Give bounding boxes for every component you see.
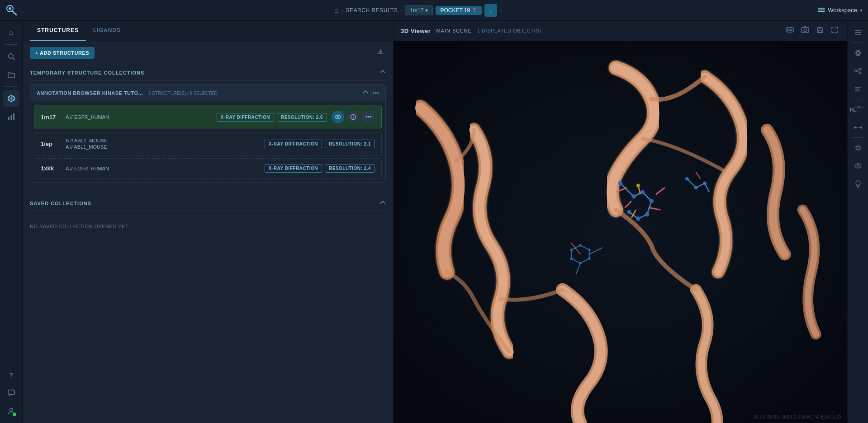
svg-point-42 [649,199,654,203]
more-button-1m17[interactable]: ••• [362,111,375,123]
svg-point-60 [570,258,573,260]
temporary-section-header: TEMPORARY STRUCTURE COLLECTIONS [30,65,386,80]
right-sidebar: H—O—H [847,21,868,423]
svg-point-21 [790,29,792,31]
structures-panel: STRUCTURES LIGANDS + ADD STRUCTURES TEMP… [23,21,394,423]
svg-rect-9 [8,117,9,120]
annotation-browser-collection: ANNOTATION BROWSER KINASE TUTO... 3 STRU… [30,84,386,183]
viewer-save-button[interactable] [815,25,825,36]
no-saved-collection-message: NO SAVED COLLECTION OPENED YET [30,215,386,238]
tab-structures[interactable]: STRUCTURES [30,21,86,41]
visibility-button-1m17[interactable] [332,111,344,123]
collection-more-button[interactable]: ••• [372,89,379,97]
collection-title-wrap: ANNOTATION BROWSER KINASE TUTO... 3 STRU… [37,90,217,96]
structure-id-label: 1m17 [410,7,423,14]
right-sidebar-menu-icon[interactable] [850,24,866,41]
panel-toolbar: + ADD STRUCTURES [30,47,386,59]
svg-line-2 [12,11,16,15]
svg-point-57 [588,249,591,251]
download-button[interactable]: ↓ [484,4,497,17]
collection-toggle-button[interactable] [362,89,369,97]
resolution-badge-1iep: RESOLUTION: 2.1 [325,140,375,148]
method-badge-1m17: X-RAY DIFFRACTION [217,113,274,122]
app-logo[interactable] [5,4,18,17]
collection-actions: ••• [362,89,379,97]
resolution-badge-1xkk: RESOLUTION: 2.4 [325,164,375,173]
sidebar-item-feedback[interactable] [3,385,19,401]
viewer-objects-label: 1 DISPLAYED OBJECT(S) [477,28,541,33]
workspace-chevron-icon: ▾ [860,7,863,14]
svg-line-74 [857,70,859,70]
svg-rect-25 [819,27,821,28]
svg-rect-10 [10,115,12,120]
temporary-section-toggle[interactable] [379,69,386,76]
svg-point-44 [636,216,640,221]
right-sidebar-settings-icon[interactable] [850,140,866,156]
svg-point-20 [787,29,789,31]
breadcrumb-nav: ⌂ › SEARCH RESULTS › 1m17 ▾ POCKET 19 📍 … [22,4,814,17]
add-structures-button[interactable]: + ADD STRUCTURES [30,47,95,59]
viewer-screenshot-button[interactable] [799,25,811,36]
svg-point-52 [694,186,698,189]
right-sidebar-molecule-icon[interactable] [850,63,866,79]
sidebar-item-structures[interactable] [3,90,19,107]
sidebar-item-folder[interactable] [3,66,19,83]
svg-point-15 [337,116,339,118]
right-sidebar-distance-icon[interactable] [850,119,866,136]
right-sidebar-bulb-icon[interactable] [850,176,866,192]
pocket-label: POCKET 19 [440,7,470,14]
panel-download-button[interactable] [375,47,386,59]
svg-point-45 [627,210,631,214]
right-sidebar-sequence-icon[interactable] [850,81,866,97]
saved-collections-section: SAVED COLLECTIONS NO SAVED COLLECTION OP… [30,196,386,238]
svg-point-56 [579,244,582,247]
right-sidebar-atoms-icon[interactable] [850,45,866,61]
svg-point-71 [854,70,857,72]
structure-chain-1m17: A // EGFR_HUMAN [66,114,212,120]
svg-rect-12 [8,390,14,395]
svg-point-40 [631,194,636,199]
temporary-collections-section: TEMPORARY STRUCTURE COLLECTIONS ANNOTATI… [30,65,386,183]
viewer-vr-button[interactable] [784,26,796,36]
tab-ligands[interactable]: LIGANDS [86,21,128,41]
sidebar-item-home[interactable]: ⌂ [3,24,19,41]
svg-point-46 [636,183,640,187]
svg-point-39 [618,181,623,186]
info-button-1m17[interactable] [347,111,360,123]
collection-header[interactable]: ANNOTATION BROWSER KINASE TUTO... 3 STRU… [30,85,385,101]
method-badge-1xkk: X-RAY DIFFRACTION [265,164,322,173]
structure-pill[interactable]: 1m17 ▾ [405,5,433,15]
left-sidebar: ⌂ ? [0,21,23,423]
sidebar-item-analytics[interactable] [3,108,19,125]
pocket-pill[interactable]: POCKET 19 📍 [436,6,482,15]
right-sidebar-hydrogen-icon[interactable]: H—O—H [850,101,866,118]
sidebar-item-user[interactable] [3,403,19,419]
svg-point-72 [859,68,861,70]
svg-point-41 [640,190,645,194]
svg-point-68 [855,52,861,54]
saved-section-toggle[interactable] [379,199,386,207]
structure-chevron-icon: ▾ [425,7,428,14]
search-results-link[interactable]: SEARCH RESULTS [346,7,398,14]
structure-1m17-badges: X-RAY DIFFRACTION RESOLUTION: 2.6 [217,113,327,122]
workspace-label: Workspace [828,7,857,14]
viewer-expand-button[interactable] [829,25,840,36]
structure-item-1m17[interactable]: 1m17 A // EGFR_HUMAN X-RAY DIFFRACTION R… [34,105,382,129]
structure-item-1xkk[interactable]: 1xkk A // EGFR_HUMAN X-RAY DIFFRACTION R… [34,158,382,179]
structure-id-1m17: 1m17 [41,114,61,121]
svg-point-58 [588,258,591,260]
workspace-menu[interactable]: Workspace ▾ [818,7,863,14]
sidebar-item-help[interactable]: ? [3,367,19,383]
main-layout: ⌂ ? STRUCTURES LIGANDS [0,21,868,423]
sep1-icon: › [342,7,343,14]
svg-point-43 [645,212,650,216]
sidebar-item-search[interactable] [3,48,19,65]
method-badge-1iep: X-RAY DIFFRACTION [265,140,322,148]
structure-item-1iep[interactable]: 1iep B // ABL1_MOUSE A // ABL1_MOUSE X-R… [34,132,382,155]
svg-point-84 [857,146,859,149]
svg-point-51 [685,177,689,181]
right-sidebar-eye-icon[interactable] [850,158,866,174]
home-nav-icon[interactable]: ⌂ [334,6,339,14]
viewer-title: 3D Viewer [401,28,431,34]
pocket-pin-icon: 📍 [472,8,477,13]
